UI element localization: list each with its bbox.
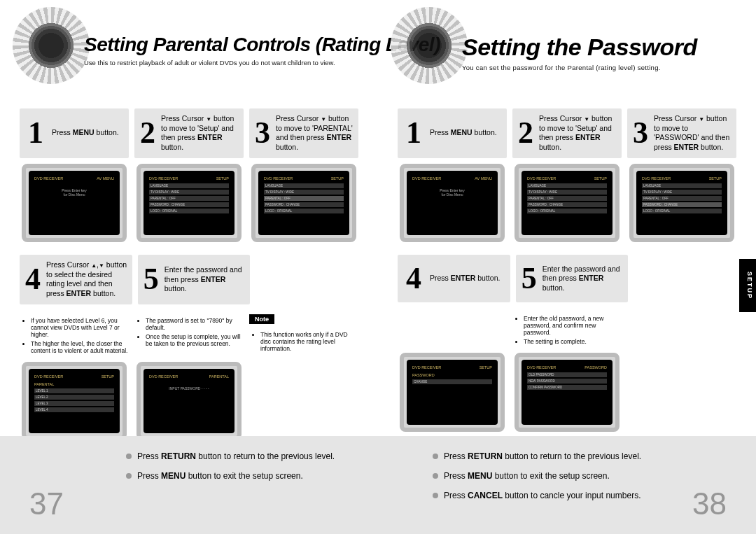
section-tab: SETUP [739,259,756,312]
note-text: This function works only if a DVD disc c… [249,331,358,352]
step-text: Enter the password and then press ENTER … [542,265,624,293]
page-subtitle: Use this to restrict playback of adult o… [84,59,372,66]
step-5-notes: The password is set to "7890" by default… [134,317,244,349]
tv-screenshot: DVD RECEIVERAV MENUPress Enter keyfor Di… [22,164,127,243]
step-text: Press Cursor button to move to 'Setup' a… [161,114,239,153]
step-text: Press Cursor , button to select the desi… [46,260,128,299]
speaker-ornament-icon [391,7,468,84]
tv-screenshot: DVD RECEIVERPASSWORDOLD PASSWORDNEW PASS… [514,353,620,432]
bottom-bullets: Press RETURN button to return to the pre… [433,451,658,500]
tv-screenshot: DVD RECEIVERSETUPPASSWORDCHANGE [400,353,505,432]
step-row-1: 1 Press MENU button. 2 Press Cursor butt… [398,108,736,158]
bottom-bullet: Press RETURN button to return to the pre… [433,451,658,461]
bottom-bullet: Press MENU button to exit the setup scre… [126,471,335,481]
tv-screenshot: DVD RECEIVERPARENTALINPUT PASSWORD - - -… [136,362,241,441]
step-text: Press ENTER button. [430,274,500,283]
speaker-ornament-icon [13,7,90,84]
step-row-2: 4 Press ENTER button. 5 Enter the passwo… [398,255,736,302]
step-number: 5 [144,264,159,295]
page-37: Setting Parental Controls (Rating Level)… [0,0,378,534]
step-1: 1 Press MENU button. [20,108,129,158]
page-title: Setting Parental Controls (Rating Level) [84,34,372,56]
step-text: Enter the password and then press ENTER … [164,265,246,294]
bottom-bullet: Press MENU button to exit the setup scre… [433,471,658,481]
step-4: 4 Press ENTER button. [398,255,510,302]
step-5-notes: Enter the old password, a new password, … [512,315,622,347]
step-3: 3 Press Cursor button to move to 'PASSWO… [627,108,736,158]
step-number: 3 [255,118,270,148]
tv-screenshot: DVD RECEIVERSETUPLANGUAGETV DISPLAY : WI… [629,164,734,243]
step-number: 4 [25,264,41,295]
note-badge: Note [249,314,274,324]
step-3: 3 Press Cursor button to move to 'PARENT… [249,108,358,158]
tv-screenshot: DVD RECEIVERSETUPLANGUAGETV DISPLAY : WI… [514,164,620,243]
page-number: 37 [29,486,64,521]
bottom-bullets: Press RETURN button to return to the pre… [126,451,335,481]
step-text: Press Cursor button to move to 'PASSWORD… [654,114,732,153]
step-2: 2 Press Cursor button to move to 'Setup'… [134,108,244,158]
notes-row: Enter the old password, a new password, … [398,308,736,347]
step-row-2: 4 Press Cursor , button to select the de… [20,255,358,304]
tv-screenshot: DVD RECEIVERSETUPLANGUAGETV DISPLAY : WI… [136,164,241,243]
step-row-1: 1 Press MENU button. 2 Press Cursor butt… [20,108,358,158]
bottom-bar: 38 Press RETURN button to return to the … [378,436,756,534]
notes-row: If you have selected Level 6, you cannot… [20,310,358,356]
tv-screenshot: DVD RECEIVERAV MENUPress Enter keyfor Di… [400,164,505,243]
page-subtitle: You can set the password for the Parenta… [462,64,750,71]
bottom-bar: 37 Press RETURN button to return to the … [0,436,378,534]
page-number: 38 [692,486,727,521]
step-number: 2 [518,118,533,148]
step-1: 1 Press MENU button. [398,108,507,158]
step-4-notes: If you have selected Level 6, you cannot… [20,317,129,356]
tv-screenshot: DVD RECEIVERSETUPPARENTALLEVEL 1LEVEL 2L… [22,362,127,441]
screens-row-2: DVD RECEIVERSETUPPASSWORDCHANGE DVD RECE… [398,353,736,432]
step-number: 4 [403,263,424,294]
screens-row-1: DVD RECEIVERAV MENUPress Enter keyfor Di… [398,164,736,243]
step-4: 4 Press Cursor , button to select the de… [20,255,132,304]
tv-screenshot: DVD RECEIVERSETUPLANGUAGETV DISPLAY : WI… [251,164,356,243]
page-title: Setting the Password [462,34,750,61]
step-text: Press Cursor button to move to 'PARENTAL… [276,114,354,153]
page-38: Setting the Password You can set the pas… [378,0,756,534]
bottom-bullet: Press RETURN button to return to the pre… [126,451,335,461]
step-number: 2 [140,118,155,148]
step-5: 5 Enter the password and then press ENTE… [138,255,251,304]
screens-row-2: DVD RECEIVERSETUPPARENTALLEVEL 1LEVEL 2L… [20,362,358,441]
step-number: 3 [633,118,648,148]
step-number: 5 [522,263,537,294]
step-number: 1 [25,118,46,148]
step-5: 5 Enter the password and then press ENTE… [516,255,629,302]
step-text: Press MENU button. [430,128,497,138]
step-text: Press MENU button. [52,128,119,138]
step-number: 1 [403,118,424,148]
screens-row-1: DVD RECEIVERAV MENUPress Enter keyfor Di… [20,164,358,243]
step-2: 2 Press Cursor button to move to 'Setup'… [512,108,622,158]
step-text: Press Cursor button to move to 'Setup' a… [539,114,617,153]
bottom-bullet: Press CANCEL button to cancle your input… [433,491,658,500]
